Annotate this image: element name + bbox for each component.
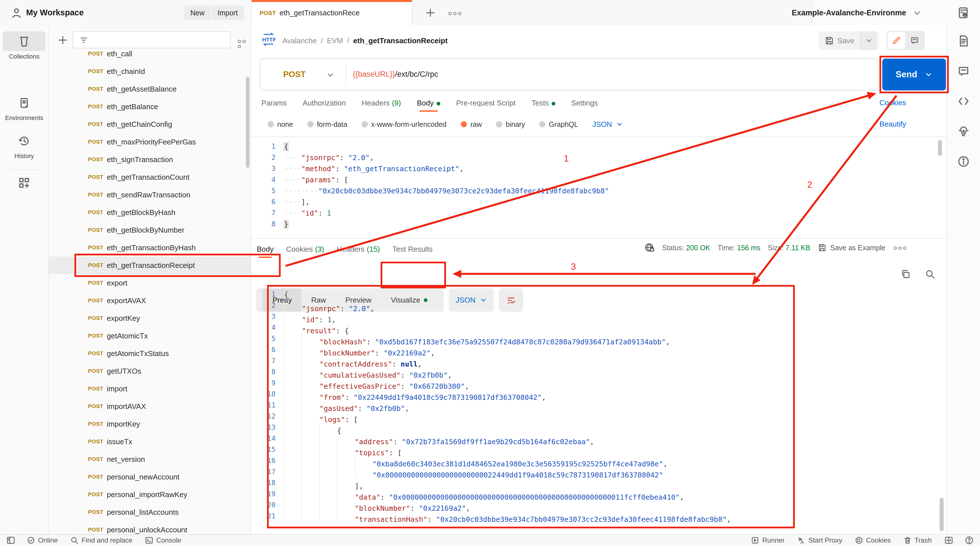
request-name: import (107, 380, 127, 398)
sidebar-item-personal_newAccount[interactable]: POSTpersonal_newAccount (49, 468, 251, 486)
request-tab-params[interactable]: Params (261, 94, 287, 112)
sidebar-item-personal_listAccounts[interactable]: POSTpersonal_listAccounts (49, 503, 251, 521)
request-tab-settings[interactable]: Settings (571, 94, 598, 112)
chevron-down-icon[interactable] (326, 72, 334, 78)
sidebar-item-getAtomicTxStatus[interactable]: POSTgetAtomicTxStatus (49, 345, 251, 362)
beautify-link[interactable]: Beautify (880, 120, 906, 129)
sidebar-item-eth_sendRawTransaction[interactable]: POSTeth_sendRawTransaction (49, 186, 251, 204)
search-response-icon[interactable] (925, 269, 935, 279)
response-more-icon[interactable] (893, 244, 907, 252)
statusbar-console[interactable]: Console (145, 536, 181, 544)
statusbar-cookies[interactable]: Cookies (855, 536, 891, 544)
statusbar-runner[interactable]: Runner (751, 536, 784, 544)
save-as-example-button[interactable]: Save as Example (818, 243, 885, 252)
url-input[interactable]: {{baseURL}}/ext/bc/C/rpc (353, 59, 438, 90)
breadcrumb-collection[interactable]: Avalanche (282, 37, 317, 45)
body-mode-raw[interactable]: raw (461, 120, 482, 129)
annotation-box-visualize (381, 262, 446, 288)
chevron-down-icon[interactable] (913, 10, 921, 16)
sidebar-item-eth_getTransactionCount[interactable]: POSTeth_getTransactionCount (49, 168, 251, 186)
response-tab-cookies[interactable]: Cookies(3) (286, 240, 324, 258)
sidebar-item-eth_signTransaction[interactable]: POSTeth_signTransaction (49, 151, 251, 168)
request-language-select[interactable]: JSON (592, 120, 623, 129)
environment-selector[interactable]: Example-Avalanche-Environme (792, 0, 906, 25)
sidebar-item-net_version[interactable]: POSTnet_version (49, 450, 251, 468)
statusbar-online[interactable]: Online (27, 536, 58, 544)
toggle-sidebar-icon[interactable] (6, 536, 15, 545)
tab-overflow-icon[interactable] (448, 11, 462, 16)
lightbulb-icon[interactable] (957, 125, 970, 137)
save-button[interactable]: Save (819, 31, 860, 50)
apps-grid-icon[interactable] (18, 176, 31, 189)
sidebar-item-issueTx[interactable]: POSTissueTx (49, 433, 251, 450)
add-request-icon[interactable] (57, 35, 68, 46)
request-editor-scrollbar[interactable] (938, 140, 942, 156)
size-value[interactable]: 7.11 KB (786, 244, 810, 252)
sidebar-item-eth_getBlockByHash[interactable]: POSTeth_getBlockByHash (49, 204, 251, 221)
copy-icon[interactable] (900, 269, 911, 279)
sidebar-item-eth_getChainConfig[interactable]: POSTeth_getChainConfig (49, 115, 251, 133)
sidebar-item-eth_chainId[interactable]: POSTeth_chainId (49, 62, 251, 80)
code-snippet-icon[interactable] (957, 95, 970, 107)
body-mode-x-www-form-urlencoded[interactable]: x-www-form-urlencoded (362, 120, 447, 129)
globe-lock-icon[interactable] (644, 242, 655, 253)
add-tab-icon[interactable] (425, 7, 436, 18)
sidebar-item-import[interactable]: POSTimport (49, 380, 251, 398)
documentation-icon[interactable] (957, 35, 970, 47)
breadcrumb-folder[interactable]: EVM (327, 37, 343, 45)
status-value[interactable]: 200 OK (686, 244, 710, 252)
response-editor-scrollbar[interactable] (940, 498, 943, 531)
split-panel-icon[interactable] (944, 536, 953, 545)
save-options-button[interactable] (860, 31, 877, 50)
statusbar-trash[interactable]: Trash (903, 536, 932, 544)
rail-item-collections[interactable]: Collections (3, 31, 45, 60)
response-tab-test-results[interactable]: Test Results (393, 240, 433, 258)
body-mode-GraphQL[interactable]: GraphQL (539, 120, 578, 129)
request-body-editor[interactable]: 1{2····"jsonrpc": "2.0",3····"method": "… (251, 141, 939, 238)
sidebar-item-eth_getBlockByNumber[interactable]: POSTeth_getBlockByNumber (49, 221, 251, 239)
body-mode-binary[interactable]: binary (496, 120, 525, 129)
request-tab-headers[interactable]: Headers(9) (362, 94, 401, 112)
sidebar-item-eth_maxPriorityFeePerGas[interactable]: POSTeth_maxPriorityFeePerGas (49, 133, 251, 151)
edit-mode-button[interactable] (888, 32, 905, 49)
annotation-box-send (880, 56, 949, 93)
info-icon[interactable] (957, 155, 970, 168)
comment-mode-button[interactable] (905, 32, 924, 49)
sidebar-item-exportAVAX[interactable]: POSTexportAVAX (49, 292, 251, 310)
rail-item-environments[interactable]: Environments (3, 93, 45, 122)
sidebar-item-getUTXOs[interactable]: POSTgetUTXOs (49, 362, 251, 380)
import-button[interactable]: Import (212, 6, 244, 20)
sidebar-item-eth_getAssetBalance[interactable]: POSTeth_getAssetBalance (49, 80, 251, 98)
comment-icon[interactable] (957, 65, 970, 77)
sidebar-item-importKey[interactable]: POSTimportKey (49, 415, 251, 433)
sidebar-scrollbar[interactable] (246, 77, 250, 168)
request-tab-pre-request-script[interactable]: Pre-request Script (456, 94, 516, 112)
sidebar-item-exportKey[interactable]: POSTexportKey (49, 310, 251, 327)
response-tab-headers[interactable]: Headers(15) (337, 240, 380, 258)
cookies-link[interactable]: Cookies (880, 98, 906, 107)
statusbar-start-proxy[interactable]: Start Proxy (797, 536, 842, 544)
sidebar-item-getAtomicTx[interactable]: POSTgetAtomicTx (49, 327, 251, 345)
statusbar-find-and-replace[interactable]: Find and replace (70, 536, 132, 544)
rail-item-history[interactable]: History (3, 131, 45, 160)
environment-quicklook-icon[interactable] (957, 6, 970, 19)
sidebar-item-eth_getBalance[interactable]: POSTeth_getBalance (49, 98, 251, 115)
request-tab[interactable]: POST eth_getTransactionRece (251, 0, 412, 25)
body-mode-form-data[interactable]: form-data (307, 120, 347, 129)
new-button[interactable]: New (184, 6, 211, 20)
request-tab-authorization[interactable]: Authorization (303, 94, 346, 112)
time-value[interactable]: 156 ms (737, 244, 760, 252)
filter-icon (80, 36, 88, 45)
request-tab-tests[interactable]: Tests (531, 94, 555, 112)
help-icon[interactable] (965, 536, 974, 545)
body-mode-row: noneform-datax-www-form-urlencodedrawbin… (267, 115, 623, 133)
method-select[interactable]: POST (283, 59, 305, 90)
body-mode-none[interactable]: none (267, 120, 293, 129)
workspace-title[interactable]: My Workspace (26, 0, 84, 25)
sidebar-item-importAVAX[interactable]: POSTimportAVAX (49, 398, 251, 415)
request-tab-body[interactable]: Body (417, 94, 440, 112)
user-icon[interactable] (10, 7, 23, 19)
sidebar-item-personal_unlockAccount[interactable]: POSTpersonal_unlockAccount (49, 521, 251, 534)
sidebar-item-personal_importRawKey[interactable]: POSTpersonal_importRawKey (49, 486, 251, 503)
sidebar-item-eth_call[interactable]: POSTeth_call (49, 45, 251, 62)
